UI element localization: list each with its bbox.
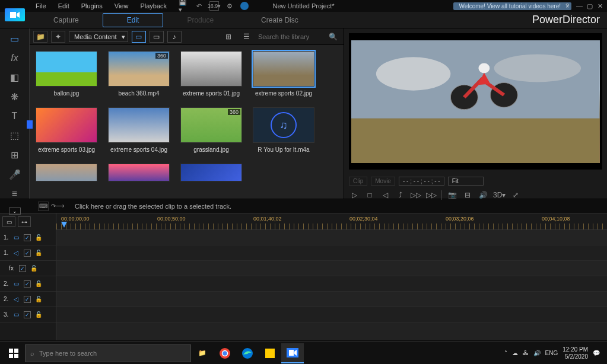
particle-room-icon[interactable]: ❋ xyxy=(8,91,22,103)
track-lane[interactable] xyxy=(56,307,607,323)
settings-gear-icon[interactable]: ⚙ xyxy=(225,1,234,11)
image-thumb[interactable]: 360 xyxy=(108,51,170,87)
taskbar-app-chrome[interactable] xyxy=(214,343,236,363)
image-thumb[interactable] xyxy=(108,164,170,181)
media-item[interactable] xyxy=(36,164,97,181)
help-icon[interactable]: ? xyxy=(565,2,573,9)
track-lane[interactable] xyxy=(56,276,607,292)
media-item[interactable]: ballon.jpg xyxy=(36,51,97,97)
sidebar-more-icon[interactable]: ⌄ xyxy=(9,207,21,215)
track-visible-checkbox[interactable]: ✓ xyxy=(24,296,31,303)
track-header[interactable]: 1.◁✓🔓 xyxy=(0,245,56,261)
tray-notifications-icon[interactable]: 💬 xyxy=(593,350,600,356)
track-lane[interactable] xyxy=(56,261,607,276)
filter-all-icon[interactable]: ▭ xyxy=(132,31,146,43)
pip-room-icon[interactable]: ◧ xyxy=(8,72,22,83)
track-lane[interactable] xyxy=(56,230,607,245)
notification-icon[interactable] xyxy=(240,2,249,10)
track-lock-icon[interactable]: 🔓 xyxy=(34,234,43,242)
track-lane[interactable] xyxy=(56,292,607,307)
taskbar-app-notes[interactable] xyxy=(259,343,281,363)
list-view-icon[interactable]: ☰ xyxy=(239,31,253,43)
track-lock-icon[interactable]: 🔓 xyxy=(34,280,43,288)
menu-playback[interactable]: Playback xyxy=(134,2,173,9)
tray-chevron-icon[interactable]: ˄ xyxy=(504,350,507,356)
volume-icon[interactable]: 🔊 xyxy=(478,190,488,200)
aspect-ratio-icon[interactable]: 16:9▾ xyxy=(209,1,219,11)
welcome-banner[interactable]: Welcome! View all tutorial videos here! … xyxy=(453,2,571,10)
image-thumb[interactable] xyxy=(180,51,242,87)
menu-edit[interactable]: Edit xyxy=(52,2,75,9)
play-icon[interactable]: ▷ xyxy=(349,190,360,200)
track-lock-icon[interactable]: 🔓 xyxy=(34,295,43,304)
track-header[interactable]: fx✓🔓 xyxy=(0,261,56,276)
track-visible-checkbox[interactable]: ✓ xyxy=(24,250,31,257)
tray-clock[interactable]: 12:20 PM 5/2/2020 xyxy=(562,346,588,360)
track-visible-checkbox[interactable]: ✓ xyxy=(24,311,31,318)
voice-over-icon[interactable]: 🎤 xyxy=(8,169,22,180)
track-lock-icon[interactable]: 🔓 xyxy=(34,311,43,319)
menu-view[interactable]: View xyxy=(109,2,135,9)
image-thumb[interactable] xyxy=(36,107,97,143)
maximize-icon[interactable]: ▢ xyxy=(587,2,594,9)
stop-icon[interactable]: □ xyxy=(364,190,375,200)
image-thumb[interactable] xyxy=(36,51,97,87)
media-item[interactable]: extreme sports 03.jpg xyxy=(36,107,97,153)
timeline-ruler[interactable]: 00;00;00;0000;00;50;0000;01;40;0200;02;3… xyxy=(56,213,607,230)
plugin-icon[interactable]: ✦ xyxy=(51,31,65,43)
step-forward-icon[interactable]: ▷▷ xyxy=(426,190,437,200)
track-lock-icon[interactable]: 🔓 xyxy=(30,264,38,273)
library-search-input[interactable] xyxy=(257,32,322,41)
track-visible-checkbox[interactable]: ✓ xyxy=(24,234,31,241)
3d-icon[interactable]: 3D ▾ xyxy=(493,190,506,200)
audio-mixing-icon[interactable]: ⊞ xyxy=(8,149,22,161)
fx-room-icon[interactable]: fx xyxy=(8,53,22,63)
taskbar-app-explorer[interactable]: 📁 xyxy=(191,343,214,363)
filter-video-icon[interactable]: ▭ xyxy=(150,31,164,43)
timeline-tool-2-icon[interactable]: ↷⟶ xyxy=(52,202,63,211)
media-item[interactable]: extreme sports 01.jpg xyxy=(180,51,242,97)
preview-viewport[interactable] xyxy=(349,33,602,170)
track-header-link-icon[interactable]: ⊶ xyxy=(18,216,31,227)
media-content-select[interactable]: Media Content xyxy=(69,31,128,42)
taskbar-app-edge[interactable] xyxy=(236,343,259,363)
track-visible-checkbox[interactable]: ✓ xyxy=(19,265,26,272)
image-thumb[interactable] xyxy=(180,164,242,181)
audio-thumb[interactable]: ♫ xyxy=(253,107,314,143)
tray-volume-icon[interactable]: 🔊 xyxy=(533,350,541,356)
tray-language[interactable]: ENG xyxy=(545,350,558,356)
tab-edit[interactable]: Edit xyxy=(103,13,164,27)
zoom-fit-select[interactable]: Fit xyxy=(448,177,484,186)
minimize-icon[interactable]: — xyxy=(576,2,583,9)
media-item[interactable]: extreme sports 04.jpg xyxy=(108,107,170,153)
timeline-area[interactable]: 00;00;00;0000;00;50;0000;01;40;0200;02;3… xyxy=(56,213,607,340)
tab-capture[interactable]: Capture xyxy=(30,14,103,27)
media-room-icon[interactable]: ▭ xyxy=(8,33,22,44)
image-thumb[interactable] xyxy=(36,164,97,181)
undo-icon[interactable]: ↶ xyxy=(194,1,204,11)
search-icon[interactable]: 🔍 xyxy=(326,31,340,43)
media-item[interactable]: extreme sports 02.jpg xyxy=(253,51,314,97)
media-item[interactable]: 360beach 360.mp4 xyxy=(108,51,170,97)
tray-network-icon[interactable]: 🖧 xyxy=(523,350,529,356)
chapter-room-icon[interactable]: ≡ xyxy=(8,189,22,199)
import-media-icon[interactable]: 📁 xyxy=(33,31,47,43)
image-thumb[interactable] xyxy=(108,107,170,143)
track-header[interactable]: 2.◁✓🔓 xyxy=(0,292,56,307)
grid-view-icon[interactable]: ⊞ xyxy=(221,31,236,43)
menu-plugins[interactable]: Plugins xyxy=(75,2,109,9)
image-thumb[interactable]: 360 xyxy=(180,107,242,143)
timeline-tool-1-icon[interactable]: ⌨ xyxy=(38,202,49,211)
track-lane[interactable] xyxy=(56,245,607,261)
close-icon[interactable]: ✕ xyxy=(598,2,605,9)
transition-room-icon[interactable]: ⬚ xyxy=(8,130,22,141)
taskbar-search[interactable]: ⌕ Type here to search xyxy=(25,344,191,362)
tab-produce[interactable]: Produce xyxy=(163,14,237,27)
image-thumb[interactable] xyxy=(253,51,314,87)
track-header[interactable]: 1.▭✓🔓 xyxy=(0,230,56,245)
taskbar-app-powerdirector[interactable] xyxy=(281,343,304,363)
preview-quality-icon[interactable]: ⊟ xyxy=(462,190,473,200)
clip-mode-button[interactable]: Clip xyxy=(349,177,367,186)
fast-forward-icon[interactable]: ▷▷ xyxy=(411,190,421,200)
tab-create-disc[interactable]: Create Disc xyxy=(237,14,322,27)
